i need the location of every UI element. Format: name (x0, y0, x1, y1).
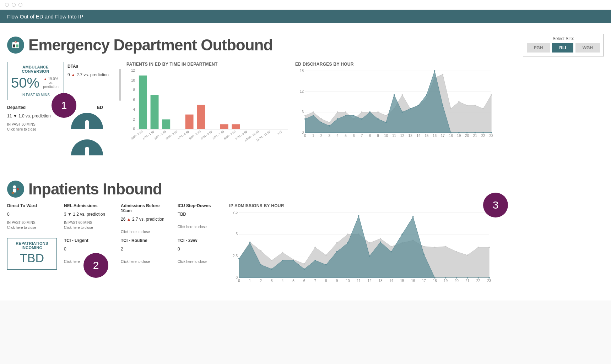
admissions-before-10am-metric[interactable]: Admissions Before 10am 26 ▲ 2.7 vs. pred… (121, 203, 171, 235)
svg-text:6: 6 (302, 110, 304, 114)
repatriations-box[interactable]: REPATRIATIONS INCOMING TBD (7, 238, 57, 270)
svg-text:7: 7 (314, 279, 316, 283)
svg-point-161 (304, 268, 305, 270)
svg-point-160 (293, 260, 294, 261)
svg-text:19: 19 (444, 279, 448, 283)
svg-point-72 (313, 115, 314, 116)
svg-point-71 (304, 118, 306, 120)
svg-point-173 (434, 277, 436, 278)
svg-point-171 (412, 216, 414, 217)
stat-footer: IN PAST 60 MINS (11, 93, 60, 97)
ed-discharges-chart: 0612180123456789101112131415161718192021… (295, 69, 494, 140)
svg-marker-121 (17, 187, 20, 191)
tci-2ww-metric[interactable]: TCI - 2ww 0 Click here to close (178, 238, 227, 270)
svg-point-57 (385, 115, 387, 116)
ip-admissions-chart: 02.557.501234567891011121314151617181920… (229, 210, 492, 285)
svg-rect-2 (15, 42, 16, 43)
svg-text:1:00 - 1:59: 1:00 - 1:59 (142, 130, 155, 140)
svg-point-169 (391, 251, 392, 252)
svg-text:19: 19 (457, 134, 461, 138)
svg-text:18: 18 (449, 134, 453, 138)
svg-text:10: 10 (346, 279, 350, 283)
svg-point-162 (314, 260, 316, 261)
site-selector-label: Select Site: (527, 36, 600, 41)
svg-point-135 (282, 252, 283, 253)
site-btn-rli[interactable]: RLI (552, 43, 573, 53)
svg-point-47 (304, 115, 306, 116)
svg-point-80 (377, 118, 379, 120)
svg-text:5: 5 (345, 134, 347, 138)
gauge-icon (71, 139, 103, 155)
icu-stepdowns-metric[interactable]: ICU Step-Downs TBD Click here to close (178, 203, 227, 235)
svg-text:14: 14 (389, 279, 394, 283)
svg-text:15: 15 (425, 134, 429, 138)
svg-rect-4 (16, 44, 18, 47)
chart-title: ED DISCHARGES BY HOUR (295, 62, 604, 67)
svg-point-178 (488, 277, 490, 278)
svg-rect-13 (151, 95, 159, 129)
svg-text:12: 12 (400, 134, 405, 138)
ip-section-title: Inpatients Inbound (28, 180, 162, 198)
svg-point-77 (353, 115, 355, 116)
svg-text:21: 21 (465, 279, 470, 283)
svg-rect-3 (13, 44, 15, 47)
window-dot (5, 3, 9, 7)
svg-text:23: 23 (487, 279, 491, 283)
svg-point-139 (325, 254, 327, 256)
svg-point-158 (271, 268, 272, 270)
ambulance-conversion-box[interactable]: AMBULANCE CONVERSION 50% ▲ 19.0% vs. pre… (7, 62, 64, 100)
svg-point-81 (385, 122, 387, 123)
svg-text:3:00 - 3:59: 3:00 - 3:59 (165, 130, 178, 140)
svg-point-149 (434, 247, 436, 248)
svg-text:22: 22 (476, 279, 481, 283)
svg-text:17: 17 (422, 279, 426, 283)
triangle-up-icon: ▲ (44, 77, 47, 81)
top-bar: Flow Out of ED and Flow Into IP (0, 10, 611, 23)
svg-point-87 (434, 70, 436, 72)
svg-rect-122 (12, 192, 14, 194)
svg-point-133 (260, 250, 261, 252)
svg-text:16: 16 (433, 134, 437, 138)
svg-point-176 (467, 277, 468, 278)
svg-text:6:00 - 6:59: 6:00 - 6:59 (200, 130, 213, 140)
svg-text:8: 8 (325, 279, 327, 283)
svg-text:5: 5 (236, 232, 238, 236)
svg-point-84 (410, 108, 411, 109)
svg-point-143 (369, 242, 370, 244)
svg-point-69 (482, 108, 484, 109)
svg-point-66 (458, 101, 460, 103)
dtas-metric[interactable]: DTAs 9 ▲ 2.7 vs. prediction (67, 64, 117, 77)
stat-title: AMBULANCE CONVERSION (11, 65, 60, 73)
svg-point-83 (401, 111, 403, 113)
nel-admissions-metric[interactable]: NEL Admissions 3 ▼ 1.2 vs. prediction IN… (64, 203, 114, 235)
divider (119, 69, 121, 101)
svg-point-64 (442, 74, 443, 75)
svg-point-134 (271, 260, 272, 261)
svg-text:9: 9 (377, 134, 379, 138)
svg-rect-17 (197, 105, 205, 129)
svg-text:7:00 - 7:59: 7:00 - 7:59 (212, 130, 225, 140)
svg-point-67 (466, 105, 468, 106)
site-btn-wgh[interactable]: WGH (575, 43, 600, 53)
svg-text:20: 20 (455, 279, 459, 283)
svg-text:18: 18 (433, 279, 437, 283)
stat-value: 50% (11, 75, 39, 91)
svg-point-154 (488, 247, 490, 248)
svg-text:18: 18 (300, 69, 304, 73)
tci-routine-metric[interactable]: TCI - Routine 2 Click here to close (121, 238, 171, 270)
svg-text:6: 6 (133, 98, 135, 102)
ed-section-title: Emergency Department Outbound (28, 36, 272, 54)
svg-text:6: 6 (303, 279, 306, 283)
svg-point-144 (380, 238, 381, 239)
svg-point-94 (491, 132, 492, 133)
svg-text:11: 11 (392, 134, 396, 138)
svg-point-156 (249, 242, 251, 244)
departed-metric[interactable]: Departed 11 ▼ 1.0 vs. prediction IN PAST… (7, 105, 57, 155)
svg-point-138 (314, 247, 316, 248)
direct-to-ward-metric[interactable]: Direct To Ward 0 IN PAST 60 MINS Click h… (7, 203, 57, 235)
svg-point-177 (477, 277, 479, 278)
svg-point-92 (474, 132, 476, 133)
svg-point-170 (401, 233, 403, 235)
site-btn-fgh[interactable]: FGH (527, 43, 550, 53)
svg-point-70 (491, 94, 492, 96)
